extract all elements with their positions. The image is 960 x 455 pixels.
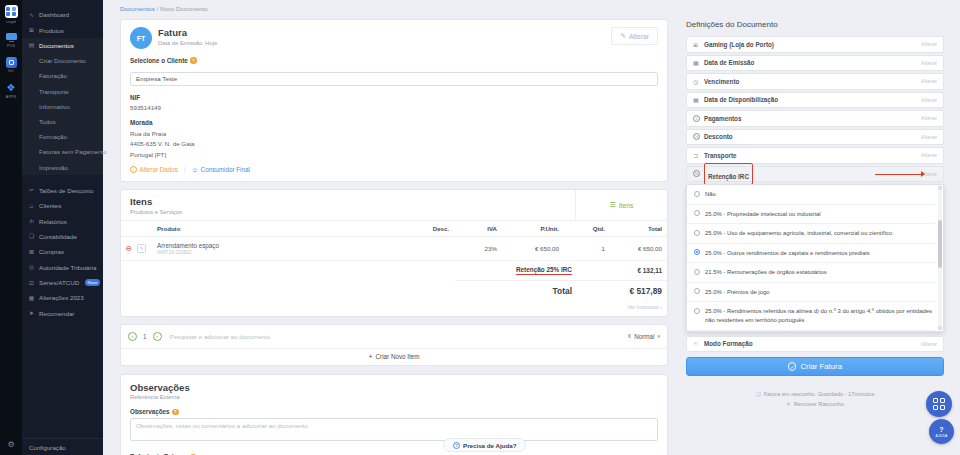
ajuda-fab-button[interactable]: ? AJUDA — [929, 419, 954, 444]
setting-row-desconto[interactable]: % Desconto Alterar — [686, 129, 944, 146]
page-next-icon[interactable]: › — [153, 332, 162, 341]
option-label: 25.0% - Uso de equipamento agrícola, ind… — [705, 229, 892, 238]
alterar-link[interactable]: Alterar — [921, 60, 937, 66]
sidebar-item-relatorios[interactable]: ılı Relatórios — [22, 213, 103, 228]
settings-gear-icon[interactable]: ⚙ — [7, 440, 14, 449]
retencao-option[interactable]: 25.0% - Uso de equipamento agrícola, ind… — [687, 224, 935, 244]
radio-checked-icon[interactable] — [694, 249, 700, 255]
precisa-de-ajuda-button[interactable]: ? Precisa de Ajuda? — [443, 438, 526, 452]
retencao-option-selected[interactable]: 25.0% - Outros rendimentos de capitais e… — [687, 244, 935, 264]
setting-row-vencimento[interactable]: ◷ Vencimento Alterar — [686, 73, 944, 90]
sidebar-item-recomendar[interactable]: ➤ Recomendar — [22, 306, 103, 321]
items-title: Itens — [130, 196, 566, 207]
question-icon: ? — [939, 426, 943, 433]
sidebar-subitem-transporte[interactable]: Transporte — [22, 84, 103, 99]
sidebar-item-label: Séries/ATCUD — [39, 279, 79, 286]
rail-logo-label: cegid — [6, 20, 16, 24]
column-header: Qtd. — [559, 221, 605, 237]
radio-icon[interactable] — [694, 308, 700, 314]
product-code: IAMT19-220822 — [157, 250, 379, 255]
sidebar-subitem-faturacao[interactable]: Faturação — [22, 68, 103, 83]
retencao-option[interactable]: Não — [687, 185, 935, 205]
alterar-link[interactable]: Alterar — [921, 78, 937, 84]
radio-icon[interactable] — [694, 191, 700, 197]
help-question-icon[interactable]: ? — [172, 409, 179, 416]
option-label: 25.0% - Propriedade intelectual ou indus… — [705, 210, 821, 219]
alterar-link[interactable]: Alterar — [921, 41, 937, 47]
alterar-link[interactable]: Alterar — [921, 341, 937, 347]
alterar-document-button[interactable]: ✎ Alterar — [611, 27, 658, 45]
truck-icon: ⊐ — [693, 152, 704, 159]
items-view-button[interactable]: ☰ Itens — [575, 190, 667, 220]
client-input[interactable] — [130, 72, 658, 86]
sidebar-item-label: Autoridade Tributária — [39, 264, 96, 271]
sidebar-item-documentos[interactable]: ▤ Documentos — [22, 38, 103, 53]
sidebar-item-alteracoes-2023[interactable]: ▦ Alterações 2023 — [22, 290, 103, 305]
radio-icon[interactable] — [694, 269, 700, 275]
ver-impostos-link[interactable]: Ver Impostos › — [121, 301, 667, 316]
sidebar-item-dashboard[interactable]: ∿ Dashboard — [22, 7, 103, 22]
alterar-link[interactable]: Alterar — [921, 152, 937, 158]
radio-icon[interactable] — [694, 230, 700, 236]
alterar-link[interactable]: Alterar — [921, 134, 937, 140]
retencao-option[interactable]: 25.0% - Prémios de jogo — [687, 283, 935, 303]
grid-icon — [933, 398, 945, 410]
draft-status: ❏ Fatura em rascunho. Guardado - 17minut… — [686, 391, 944, 397]
edit-item-icon[interactable]: ✎ — [137, 244, 146, 253]
sidebar-item-compras[interactable]: ⊠ Compras — [22, 244, 103, 259]
option-label: 25.0% - Prémios de jogo — [705, 288, 770, 297]
rail-item-pos[interactable]: POS — [6, 33, 17, 48]
setting-row-modo-formacao[interactable]: ☉ Modo Formação Alterar — [686, 336, 944, 353]
remover-rascunho-link[interactable]: ✕ Remover Rascunho — [686, 401, 944, 407]
sidebar-subitem-impressao[interactable]: Impressão — [22, 159, 103, 174]
remove-item-icon[interactable]: ⊖ — [121, 236, 137, 260]
search-item-input[interactable] — [170, 333, 628, 340]
setting-row-loja[interactable]: ⊞ Gaming (Loja do Porto) Alterar — [686, 36, 944, 53]
setting-row-data-emissao[interactable]: ▦ Data de Emissão Alterar — [686, 55, 944, 72]
sidebar-item-label: Produtos — [39, 27, 64, 34]
rail-logo[interactable]: cegid — [5, 5, 18, 24]
sidebar-subitem-criar-documento[interactable]: Criar Documento — [22, 53, 103, 68]
rail-item-go[interactable]: GO — [6, 57, 17, 74]
sidebar-subitem-todos[interactable]: Todos — [22, 114, 103, 129]
rail-item-apps[interactable]: ❖ APPS — [6, 82, 16, 99]
setting-row-pagamentos[interactable]: € Pagamentos Alterar — [686, 110, 944, 127]
help-question-icon[interactable]: ? — [190, 57, 197, 64]
sidebar-item-series-atcud[interactable]: ⊡ Séries/ATCUD Novo — [22, 275, 103, 290]
alterar-link[interactable]: Alterar — [921, 115, 937, 121]
eye-icon: ☉ — [693, 340, 704, 347]
radio-icon[interactable] — [694, 288, 700, 294]
retencao-option[interactable]: 25.0% - Rendimentos referidos na alínea … — [687, 302, 935, 330]
scrollbar-thumb[interactable] — [938, 220, 942, 268]
observacoes-textarea[interactable] — [130, 418, 658, 441]
sidebar-subitem-informativo[interactable]: Informativo — [22, 99, 103, 114]
criar-fatura-button[interactable]: ✓ Criar Fatura — [686, 357, 944, 376]
setting-row-transporte[interactable]: ⊐ Transporte Alterar — [686, 147, 944, 164]
alterar-link[interactable]: Alterar — [921, 97, 937, 103]
consumidor-final-link[interactable]: ☺ Consumidor Final — [192, 166, 250, 173]
sidebar-item-contabilidade[interactable]: ❏ Contabilidade — [22, 229, 103, 244]
sidebar-subitem-faturas-sem-pagamento[interactable]: Faturas sem Pagamento — [22, 144, 103, 159]
setting-row-disponibilizacao[interactable]: ▦ Data de Disponibilização Alterar — [686, 92, 944, 109]
sidebar-item-produtos[interactable]: ⊞ Produtos — [22, 22, 103, 37]
sidebar-item-clientes[interactable]: ☺ Clientes — [22, 198, 103, 213]
radio-icon[interactable] — [694, 210, 700, 216]
price-tier-select[interactable]: € Normal ▾ — [628, 333, 660, 340]
retencao-option[interactable]: 21.5% - Remunerações de órgãos estatutár… — [687, 263, 935, 283]
apps-fab-button[interactable] — [926, 391, 952, 417]
sidebar-item-autoridade-tributaria[interactable]: ◎ Autoridade Tributária — [22, 260, 103, 275]
sidebar-item-configuracao[interactable]: Configuração — [22, 438, 103, 455]
document-icon: ❏ — [756, 391, 761, 397]
accounting-file-icon: ❏ — [28, 233, 35, 239]
page-prev-icon[interactable]: ‹ — [128, 332, 137, 341]
dropdown-scrollbar[interactable] — [938, 186, 942, 330]
setting-row-retencao-irc[interactable]: % Retenção IRC Alterar — [686, 166, 944, 183]
breadcrumb-link-documentos[interactable]: Documentos — [120, 5, 155, 12]
alterar-dados-link[interactable]: i Alterar Dados — [130, 166, 178, 173]
series-icon: ⊡ — [28, 280, 35, 286]
sidebar-subitem-formacao[interactable]: Formação — [22, 129, 103, 144]
sidebar-item-taloes-desconto[interactable]: ✂ Talões de Desconto — [22, 183, 103, 198]
retencao-option[interactable]: 25.0% - Propriedade intelectual ou indus… — [687, 205, 935, 225]
rail-apps-label: APPS — [6, 95, 16, 99]
create-new-item-button[interactable]: + Criar Novo Item — [121, 348, 667, 365]
